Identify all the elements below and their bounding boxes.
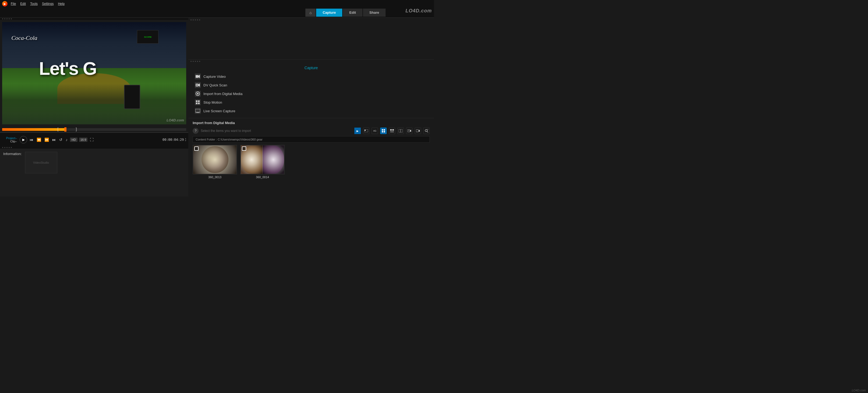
dot-separator-top (0, 18, 188, 20)
menu-tools[interactable]: Tools (30, 2, 38, 6)
dv-quick-scan-label: DV Quick Scan (204, 83, 227, 87)
svg-line-33 (427, 131, 428, 132)
step-back-button[interactable]: ⏪ (36, 137, 42, 143)
menu-file[interactable]: File (11, 2, 16, 6)
svg-rect-7 (196, 100, 197, 102)
expand-button[interactable]: ⛶ (89, 137, 94, 143)
menu-edit[interactable]: Edit (20, 2, 26, 6)
svg-rect-27 (407, 130, 410, 132)
svg-marker-3 (198, 84, 200, 87)
svg-point-32 (425, 129, 427, 132)
stop-motion-icon (195, 99, 201, 105)
import-btn-5[interactable] (397, 128, 404, 134)
svg-rect-10 (198, 102, 199, 104)
bracket-right: ] (76, 127, 77, 131)
tab-capture[interactable]: Capture (316, 9, 342, 17)
playback-bar: Project– Clip– ▶ ⏮ ⏪ ⏩ ⏭ ↺ ♪ (0, 132, 188, 146)
svg-point-6 (197, 93, 198, 94)
capture-section: Capture Capture Video DV Quick Scan Impo… (188, 63, 434, 118)
content-folder-bar: Content Folder : C:\Users\mwmpc\Videos\3… (193, 136, 430, 143)
svg-marker-28 (410, 130, 411, 132)
info-section: Information: (3, 152, 22, 193)
capture-video-label: Capture Video (204, 74, 226, 79)
clip-label: Clip– (10, 140, 17, 143)
import-btn-6[interactable] (406, 128, 412, 134)
tab-edit[interactable]: Edit (343, 9, 363, 17)
thumb-check-0014 (242, 146, 246, 151)
fisheye-0014 (241, 145, 284, 174)
capture-section-title: Capture (193, 66, 430, 70)
loop-button[interactable]: ↺ (58, 137, 63, 143)
import-section-header: Import from Digital Media (193, 121, 430, 125)
import-digital-icon (195, 91, 201, 97)
quality-badge[interactable]: HD (70, 138, 78, 142)
svg-rect-17 (382, 129, 383, 130)
svg-rect-4 (196, 85, 198, 85)
next-button[interactable]: ⏭ (52, 137, 57, 143)
thumbnail-360-0013[interactable]: 360_0013 (193, 145, 237, 179)
thumb-img-0014 (240, 145, 285, 175)
nav-tabs: ⌂ Capture Edit Share (305, 9, 385, 17)
import-btn-7[interactable] (415, 128, 421, 134)
menu-settings[interactable]: Settings (42, 2, 54, 6)
timeline-scrubber[interactable]: [ ] (0, 126, 188, 132)
import-digital-item[interactable]: Import from Digital Media (193, 89, 430, 98)
scrubber-thumb[interactable] (64, 127, 66, 132)
project-label: Project– (6, 137, 17, 140)
import-btn-2[interactable]: 4G (372, 128, 378, 134)
import-digital-label: Import from Digital Media (204, 92, 242, 96)
svg-rect-11 (195, 109, 200, 112)
project-clip-labels: Project– Clip– (2, 137, 17, 143)
prev-button[interactable]: ⏮ (29, 137, 34, 143)
import-play-button[interactable]: ▶ (354, 128, 361, 134)
thumbnails-grid: 360_0013 360_001 (193, 145, 430, 179)
dv-quick-scan-item[interactable]: DV Quick Scan (193, 81, 430, 89)
scoreboard: SCORE (137, 30, 158, 43)
live-screen-capture-item[interactable]: Live Screen Capture (193, 107, 430, 115)
svg-marker-31 (418, 130, 420, 132)
scrubber-fill (2, 128, 66, 131)
svg-rect-0 (196, 75, 198, 78)
video-thumbnail-small: VideoStudio (25, 152, 57, 173)
svg-rect-21 (390, 129, 392, 130)
svg-marker-1 (198, 75, 200, 78)
crowd-silhouette (2, 84, 186, 124)
svg-point-34 (427, 129, 428, 130)
tab-share[interactable]: Share (363, 9, 385, 17)
right-top-empty (188, 22, 434, 60)
lo4d-logo-top: LO4D.com (405, 8, 432, 14)
video-scene: SCORE Coca-Cola Let's G LO4D.com (2, 22, 186, 124)
stop-motion-item[interactable]: Stop Motion (193, 98, 430, 107)
bracket-left: [ (57, 127, 58, 131)
phone-hand (124, 85, 140, 109)
import-btn-3[interactable] (380, 128, 386, 134)
play-button[interactable]: ▶ (20, 136, 27, 144)
app-logo: ▶ (2, 1, 7, 6)
menu-bar: File Edit Tools Settings Help (11, 2, 65, 6)
video-preview: SCORE Coca-Cola Let's G LO4D.com (2, 22, 186, 124)
coca-cola-text: Coca-Cola (11, 34, 37, 41)
capture-video-item[interactable]: Capture Video (193, 72, 430, 81)
fisheye-0013 (193, 145, 237, 174)
help-button[interactable]: ? (193, 128, 198, 134)
import-btn-1[interactable] (363, 128, 369, 134)
scrubber-track[interactable]: [ ] (2, 128, 186, 131)
main-layout: SCORE Coca-Cola Let's G LO4D.com [ ] Pro… (0, 18, 434, 196)
import-btn-4[interactable] (389, 128, 395, 134)
volume-button[interactable]: ♪ (65, 137, 68, 143)
right-panel: Capture Capture Video DV Quick Scan Impo… (188, 18, 434, 196)
step-fwd-button[interactable]: ⏩ (43, 137, 50, 143)
svg-rect-22 (392, 129, 394, 130)
timecode-spinner[interactable]: ▲ ▼ (185, 138, 186, 142)
left-panel: SCORE Coca-Cola Let's G LO4D.com [ ] Pro… (0, 18, 188, 196)
home-button[interactable]: ⌂ (305, 9, 316, 17)
thumbnail-360-0014[interactable]: 360_0014 (240, 145, 285, 179)
top-nav: ⌂ Capture Edit Share LO4D.com (0, 7, 434, 18)
thumb-label-0013: 360_0013 (208, 176, 221, 179)
import-section: Import from Digital Media ? Select the i… (188, 118, 434, 196)
ratio-badge[interactable]: 16:9 (79, 138, 88, 142)
svg-rect-9 (196, 102, 197, 104)
menu-help[interactable]: Help (58, 2, 65, 6)
live-screen-capture-icon (195, 108, 201, 114)
import-zoom-btn[interactable] (423, 128, 430, 134)
